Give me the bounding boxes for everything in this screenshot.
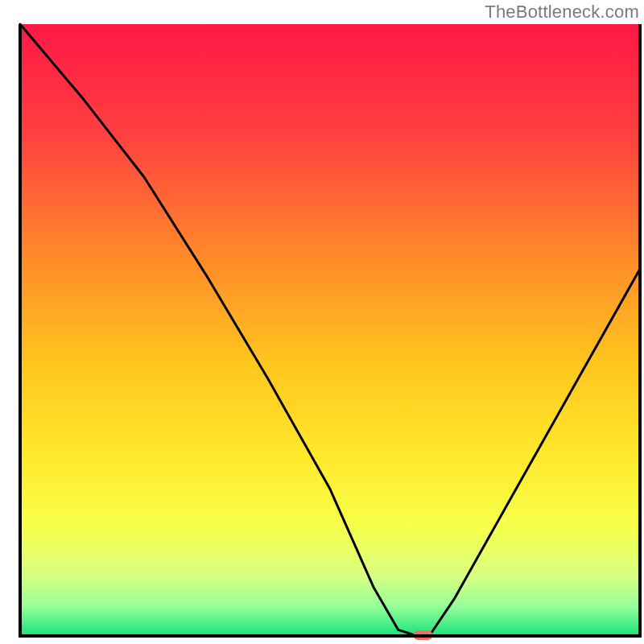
watermark-text: TheBottleneck.com bbox=[485, 2, 639, 23]
plot-background bbox=[20, 24, 640, 636]
chart-container: TheBottleneck.com bbox=[0, 0, 644, 644]
bottleneck-chart bbox=[0, 0, 644, 644]
